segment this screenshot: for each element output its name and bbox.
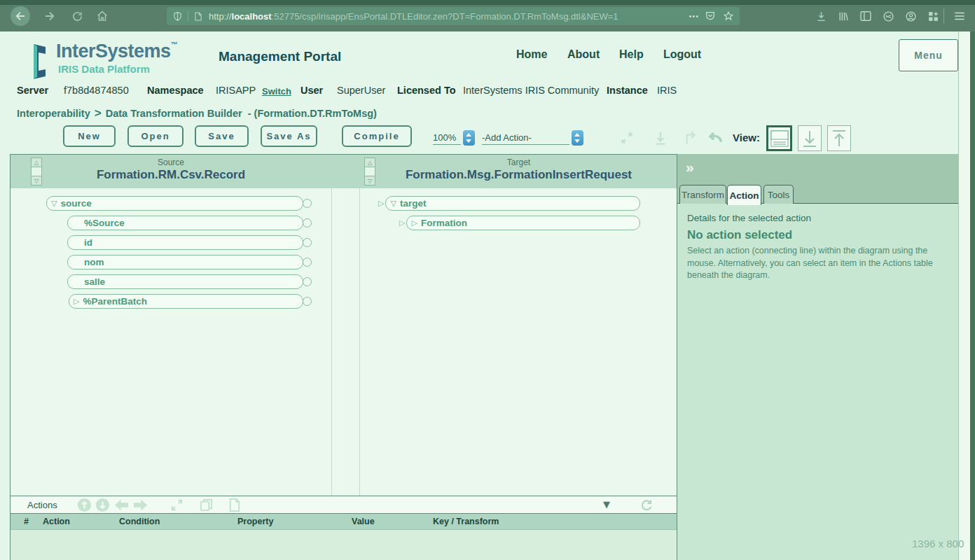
connector-port[interactable] <box>303 277 312 286</box>
sidebars-button[interactable] <box>856 6 876 26</box>
add-action-select[interactable]: -Add Action- <box>482 130 583 146</box>
downloads-button[interactable] <box>811 6 831 26</box>
add-action-stepper-icon[interactable] <box>572 130 583 146</box>
source-node-parentbatch[interactable]: ▷ %ParentBatch <box>69 294 303 309</box>
target-node-formation[interactable]: ▷ ▷ Formation <box>399 216 640 230</box>
node-label: Formation <box>421 218 467 228</box>
instance-value: IRIS <box>657 85 677 96</box>
input-port-icon[interactable]: ▷ <box>399 218 405 227</box>
reload-button[interactable] <box>67 6 87 26</box>
col-number[interactable]: # <box>24 517 29 526</box>
extensions-button[interactable] <box>923 6 943 26</box>
move-action-up-icon[interactable] <box>76 497 92 513</box>
source-node-id[interactable]: id <box>67 235 303 250</box>
connector-port[interactable] <box>303 199 312 208</box>
col-key-transform[interactable]: Key / Transform <box>433 517 499 526</box>
namespace-value: IRISAPP <box>216 85 256 96</box>
switch-link[interactable]: Switch <box>262 86 291 97</box>
relay-button[interactable] <box>878 6 898 26</box>
open-button[interactable]: Open <box>127 125 184 147</box>
add-action-value: -Add Action- <box>482 132 569 145</box>
save-as-button[interactable]: Save As <box>261 125 317 147</box>
page-actions-dots-icon[interactable]: ••• <box>689 12 699 20</box>
view-arrow-down-icon <box>802 130 817 148</box>
portal-header: InterSystems™ IRIS Data Platform Managem… <box>0 31 975 77</box>
bookmark-star-icon[interactable] <box>723 10 734 22</box>
zoom-select[interactable]: 100% <box>433 130 475 146</box>
address-bar[interactable]: http://localhost:52775/csp/irisapp/EnsPo… <box>167 7 740 25</box>
paste-action-icon[interactable] <box>226 497 242 513</box>
disconnect-tool-icon[interactable] <box>618 129 636 147</box>
view-split-button[interactable] <box>766 125 792 151</box>
menu-button[interactable]: Menu <box>899 39 958 71</box>
window-edge-scrollbar[interactable] <box>970 31 975 560</box>
breadcrumb-dtl-builder[interactable]: Data Transformation Builder <box>106 108 242 119</box>
app-menu-button[interactable] <box>950 6 969 26</box>
url-host: localhost <box>232 11 272 22</box>
library-button[interactable] <box>834 6 853 26</box>
shift-action-left-icon[interactable] <box>113 497 130 513</box>
account-button[interactable] <box>901 6 920 26</box>
back-button[interactable] <box>11 6 30 26</box>
expander-expanded-icon[interactable]: ▽ <box>51 200 57 207</box>
col-condition[interactable]: Condition <box>119 517 160 526</box>
save-to-pocket-icon[interactable] <box>705 10 716 22</box>
disconnect-action-icon[interactable] <box>169 497 185 513</box>
source-node-source[interactable]: ▽ source <box>46 196 303 211</box>
move-down-tool-icon[interactable] <box>651 129 670 147</box>
view-bottom-button[interactable] <box>798 125 822 151</box>
page-info-icon[interactable] <box>193 11 203 22</box>
connector-port[interactable] <box>303 297 312 306</box>
tracking-shield-icon[interactable] <box>172 11 183 22</box>
nav-link-help[interactable]: Help <box>619 48 644 61</box>
redo-tool-icon[interactable] <box>681 129 699 147</box>
collapse-sidebar-icon[interactable]: » <box>686 159 694 176</box>
node-label: nom <box>84 257 104 267</box>
copy-action-icon[interactable] <box>198 497 214 513</box>
expander-expanded-icon[interactable]: ▽ <box>390 200 396 207</box>
source-node-percent-source[interactable]: %Source <box>67 216 303 230</box>
details-caption: Details for the selected action <box>687 213 965 223</box>
forward-button[interactable] <box>40 6 60 26</box>
namespace-label: Namespace <box>147 85 204 96</box>
user-value: SuperUser <box>337 85 385 96</box>
input-port-icon[interactable]: ▷ <box>378 199 384 208</box>
url-scheme: http:// <box>209 11 232 22</box>
new-button[interactable]: New <box>63 125 116 147</box>
zoom-stepper-icon[interactable] <box>463 130 475 146</box>
home-button[interactable] <box>92 6 112 26</box>
target-node-box[interactable]: ▷ Formation <box>406 216 640 230</box>
page-scrollbar-track[interactable] <box>958 31 970 560</box>
breadcrumb-interoperability[interactable]: Interoperability <box>17 108 90 119</box>
view-top-button[interactable] <box>827 125 851 151</box>
nav-link-home[interactable]: Home <box>516 48 547 61</box>
source-node-salle[interactable]: salle <box>67 274 303 289</box>
connector-port[interactable] <box>303 238 312 247</box>
col-property[interactable]: Property <box>237 517 273 526</box>
nav-link-logout[interactable]: Logout <box>663 48 701 61</box>
target-node-target[interactable]: ▷ ▽ target <box>378 196 640 211</box>
tab-transform[interactable]: Transform <box>679 185 726 204</box>
refresh-actions-icon[interactable] <box>638 498 655 513</box>
source-node-nom[interactable]: nom <box>67 255 303 270</box>
breadcrumb-separator: > <box>90 106 106 120</box>
tab-tools[interactable]: Tools <box>763 185 794 204</box>
col-value[interactable]: Value <box>352 517 375 526</box>
shift-action-right-icon[interactable] <box>132 497 148 513</box>
compile-button[interactable]: Compile <box>342 125 412 147</box>
expander-collapsed-icon[interactable]: ▷ <box>411 219 417 227</box>
url-text[interactable]: http://localhost:52775/csp/irisapp/EnsPo… <box>209 11 683 22</box>
nav-link-about[interactable]: About <box>567 48 600 61</box>
target-node-box[interactable]: ▽ target <box>385 196 640 211</box>
tab-action[interactable]: Action <box>727 185 761 205</box>
move-action-down-icon[interactable] <box>95 497 111 513</box>
window-top-strip <box>0 0 975 5</box>
source-class-name: Formation.RM.Csv.Record <box>11 168 331 182</box>
expander-collapsed-icon[interactable]: ▷ <box>74 298 79 305</box>
save-button[interactable]: Save <box>195 125 249 147</box>
col-action[interactable]: Action <box>43 517 70 526</box>
actions-dropdown-caret-icon[interactable]: ▼ <box>603 499 610 510</box>
undo-tool-icon[interactable] <box>705 129 726 148</box>
connector-port[interactable] <box>303 218 312 227</box>
connector-port[interactable] <box>303 258 312 267</box>
